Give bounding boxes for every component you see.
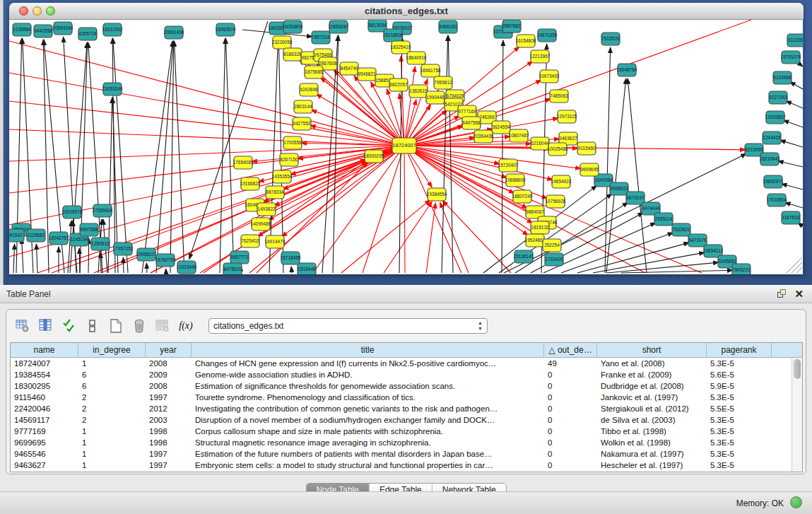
table-cell[interactable]: 1 xyxy=(78,358,146,369)
network-node[interactable]: 17359924 xyxy=(93,204,113,217)
close-panel-icon[interactable]: ✕ xyxy=(794,289,804,299)
network-node[interactable]: 1493822 xyxy=(257,203,276,216)
network-node[interactable]: 20206576 xyxy=(62,206,83,218)
network-edge[interactable] xyxy=(9,146,404,161)
network-node[interactable]: 7625402 xyxy=(241,235,259,247)
network-edge[interactable] xyxy=(426,203,435,273)
network-node[interactable]: 6679197 xyxy=(626,192,645,204)
table-cell[interactable]: 9465546 xyxy=(11,448,78,460)
close-window-icon[interactable] xyxy=(19,6,28,16)
table-cell[interactable]: de Silva et al. (2003) xyxy=(597,414,707,426)
table-cell[interactable]: 0 xyxy=(544,414,597,426)
float-panel-icon[interactable] xyxy=(777,289,787,299)
maximize-window-icon[interactable] xyxy=(46,6,55,16)
table-cell[interactable]: Jankovic et al. (1997) xyxy=(597,392,707,403)
table-settings-button[interactable] xyxy=(13,317,32,335)
network-node[interactable]: 14671355 xyxy=(537,29,558,42)
network-node[interactable]: 16961758 xyxy=(420,64,441,77)
network-node[interactable]: 20691406 xyxy=(164,26,184,39)
network-edge[interactable] xyxy=(100,252,101,273)
network-edge[interactable] xyxy=(404,146,553,180)
network-edge[interactable] xyxy=(341,200,430,273)
network-edge[interactable] xyxy=(282,146,404,237)
table-cell[interactable]: Tibbo et al. (1998) xyxy=(597,426,707,437)
table-cell[interactable]: 1997 xyxy=(146,460,192,471)
table-row[interactable]: 946554611997Estimation of the future num… xyxy=(11,448,802,460)
table-cell[interactable]: 9699695 xyxy=(11,437,78,448)
network-node[interactable]: 7845221 xyxy=(732,264,751,274)
table-vertical-scrollbar[interactable] xyxy=(792,358,802,472)
network-node[interactable]: 17016504 xyxy=(767,194,787,206)
new-table-button[interactable] xyxy=(107,317,125,335)
table-row[interactable]: 1872400712008Changes of HCN gene express… xyxy=(11,358,802,369)
network-node[interactable]: 6216044 xyxy=(531,137,549,150)
network-node[interactable]: 8475610 xyxy=(223,263,242,274)
network-node[interactable]: 9242848 xyxy=(300,83,318,96)
network-node[interactable]: 2887682 xyxy=(502,20,521,33)
table-row[interactable]: 969969511998Structural magnetic resonanc… xyxy=(11,437,802,448)
network-edge[interactable] xyxy=(786,101,803,108)
network-node[interactable]: 8878334 xyxy=(266,186,284,199)
network-node[interactable]: 10653287 xyxy=(329,21,349,33)
network-node[interactable]: 252254 xyxy=(543,239,561,252)
table-cell[interactable]: 2009 xyxy=(146,369,192,380)
network-node[interactable]: 4355724 xyxy=(78,28,97,40)
network-node[interactable]: 14353554 xyxy=(272,170,293,183)
table-cell[interactable]: 49 xyxy=(544,358,597,369)
network-node[interactable]: 9427552 xyxy=(293,117,311,130)
network-edge[interactable] xyxy=(291,267,292,273)
table-cell[interactable]: 9115460 xyxy=(11,392,78,403)
column-header-pagerank[interactable]: pagerank xyxy=(707,343,772,357)
network-node[interactable]: 8813054 xyxy=(368,20,387,32)
table-cell[interactable]: 2008 xyxy=(146,358,192,369)
network-node[interactable]: 8267150 xyxy=(280,153,298,166)
table-cell[interactable]: 1998 xyxy=(146,426,192,437)
table-cell[interactable]: 5.3E-5 xyxy=(707,426,772,437)
table-cell[interactable]: Embryonic stem cells: a model to study s… xyxy=(192,460,544,471)
table-row[interactable]: 1456911722003Disruption of a novel membe… xyxy=(11,414,802,426)
network-node[interactable]: 9227343 xyxy=(769,91,787,104)
network-node[interactable]: 20554284 xyxy=(53,22,73,35)
network-node[interactable]: 1815132 xyxy=(531,221,549,234)
table-cell[interactable]: 0 xyxy=(544,380,597,392)
network-node[interactable]: 8186328 xyxy=(283,48,302,61)
network-edge[interactable] xyxy=(404,146,405,273)
network-node[interactable]: 9699695 xyxy=(580,163,599,176)
network-node[interactable]: 18724007 xyxy=(392,138,416,153)
network-node[interactable]: 18807249 xyxy=(512,190,533,203)
network-node[interactable]: 10756928 xyxy=(546,195,566,208)
network-node[interactable]: 16914479 xyxy=(265,235,286,248)
table-cell[interactable]: 1 xyxy=(78,448,146,460)
network-edge[interactable] xyxy=(146,263,147,273)
table-cell[interactable]: Structural magnetic resonance image aver… xyxy=(192,437,544,448)
table-cell[interactable]: 1998 xyxy=(146,437,192,448)
network-node[interactable]: 18312392 xyxy=(102,23,123,36)
network-node[interactable]: 10958107 xyxy=(136,248,157,261)
network-node[interactable]: 8454749 xyxy=(340,62,358,75)
column-header-name[interactable]: name xyxy=(11,343,78,357)
table-cell[interactable]: 0 xyxy=(544,460,597,471)
column-header-short[interactable]: short xyxy=(597,343,707,357)
table-cell[interactable]: 5.6E-5 xyxy=(707,369,772,380)
network-edge[interactable] xyxy=(220,38,225,273)
scrollbar-thumb[interactable] xyxy=(794,359,801,379)
unselect-all-button[interactable] xyxy=(83,317,102,335)
network-node[interactable]: 6497568 xyxy=(462,117,481,129)
network-edge[interactable] xyxy=(628,78,647,273)
table-cell[interactable]: 5.3E-5 xyxy=(707,460,772,471)
network-node[interactable]: 1250515 xyxy=(91,238,110,250)
table-cell[interactable]: Estimation of significance thresholds fo… xyxy=(192,380,544,392)
network-node[interactable]: 6822057 xyxy=(389,78,408,91)
network-node[interactable]: 15892971 xyxy=(763,175,784,188)
network-edge[interactable] xyxy=(22,238,23,273)
network-node[interactable]: 1362615 xyxy=(409,85,428,98)
network-node[interactable]: 7485063 xyxy=(550,90,568,103)
table-cell[interactable]: 6 xyxy=(78,380,146,392)
network-edge[interactable] xyxy=(13,244,15,273)
table-cell[interactable]: Estimation of the future numbers of pati… xyxy=(192,448,544,460)
network-edge[interactable] xyxy=(780,140,803,147)
table-cell[interactable]: 2008 xyxy=(146,380,192,392)
network-node[interactable]: 9115460 xyxy=(577,142,596,155)
table-cell[interactable]: 19384554 xyxy=(11,369,78,380)
table-cell[interactable]: Nakamura et al. (1997) xyxy=(597,448,707,460)
